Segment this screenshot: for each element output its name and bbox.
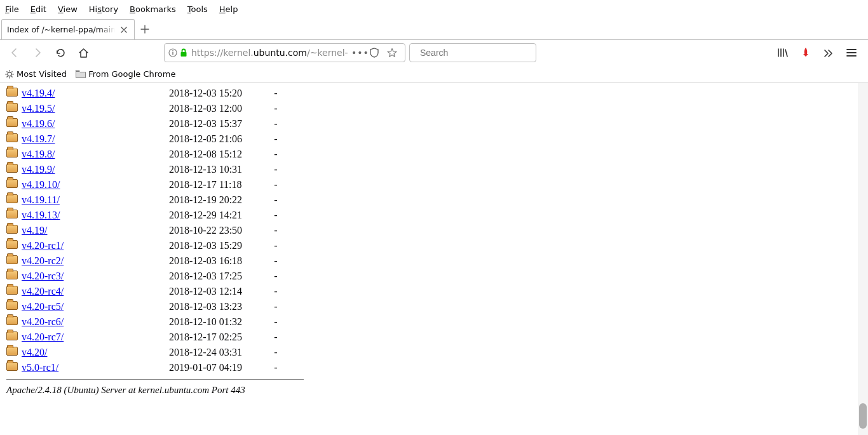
last-modified: 2018-12-10 01:32 bbox=[169, 314, 269, 330]
last-modified: 2018-12-05 21:06 bbox=[169, 131, 269, 147]
table-row: v4.19.5/2018-12-03 12:00- bbox=[6, 101, 282, 116]
overflow-chevrons-icon[interactable] bbox=[822, 46, 835, 59]
folder-icon bbox=[6, 164, 18, 173]
folder-icon bbox=[6, 331, 18, 340]
url-bar[interactable]: https://kernel.ubuntu.com/~kernel-ppa/ma… bbox=[164, 43, 405, 62]
bookmark-most-visited[interactable]: Most Visited bbox=[5, 69, 67, 79]
table-row: v4.19.6/2018-12-03 15:37- bbox=[6, 116, 282, 131]
tab-active[interactable]: Index of /~kernel-ppa/mainline bbox=[1, 19, 135, 39]
reload-button[interactable] bbox=[51, 43, 70, 62]
directory-link[interactable]: v4.20-rc1/ bbox=[22, 240, 64, 251]
directory-link[interactable]: v4.20-rc2/ bbox=[22, 255, 64, 266]
table-row: v4.20/2018-12-24 03:31- bbox=[6, 345, 282, 360]
folder-icon bbox=[6, 149, 18, 157]
directory-link[interactable]: v4.19.8/ bbox=[22, 149, 55, 159]
last-modified: 2018-12-29 14:21 bbox=[169, 208, 269, 223]
table-row: v4.20-rc7/2018-12-17 02:25- bbox=[6, 330, 282, 345]
bookmark-star-icon[interactable] bbox=[387, 48, 401, 58]
menu-view[interactable]: View bbox=[58, 4, 78, 14]
directory-link[interactable]: v4.19.9/ bbox=[22, 164, 55, 175]
directory-link[interactable]: v4.20-rc3/ bbox=[22, 271, 64, 281]
menu-file[interactable]: File bbox=[5, 4, 19, 14]
table-row: v5.0-rc1/2019-01-07 04:19- bbox=[6, 360, 282, 375]
table-row: v4.20-rc1/2018-12-03 15:29- bbox=[6, 238, 282, 253]
tab-title: Index of /~kernel-ppa/mainline bbox=[7, 25, 115, 34]
last-modified: 2018-12-03 12:14 bbox=[169, 284, 269, 299]
directory-link[interactable]: v4.20-rc4/ bbox=[22, 286, 64, 297]
back-button[interactable] bbox=[5, 43, 24, 62]
bookmark-from-chrome-label: From Google Chrome bbox=[88, 69, 175, 79]
url-text: https://kernel.ubuntu.com/~kernel-ppa/ma… bbox=[191, 48, 348, 58]
tracking-protection-icon[interactable] bbox=[369, 48, 383, 58]
scrollbar-thumb[interactable] bbox=[859, 403, 867, 429]
directory-link[interactable]: v4.19.13/ bbox=[22, 210, 60, 220]
directory-link[interactable]: v4.19.4/ bbox=[22, 88, 55, 98]
bookmark-from-chrome[interactable]: From Google Chrome bbox=[76, 69, 175, 79]
table-row: v4.19.8/2018-12-08 15:12- bbox=[6, 147, 282, 162]
bookmarks-toolbar: Most Visited From Google Chrome bbox=[0, 65, 868, 83]
folder-icon bbox=[6, 347, 18, 356]
folder-icon bbox=[6, 210, 18, 218]
directory-link[interactable]: v5.0-rc1/ bbox=[22, 362, 58, 373]
tab-strip: Index of /~kernel-ppa/mainline bbox=[0, 18, 868, 39]
directory-link[interactable]: v4.20-rc5/ bbox=[22, 301, 64, 312]
tab-close-button[interactable] bbox=[119, 25, 129, 35]
svg-point-1 bbox=[172, 50, 173, 51]
last-modified: 2018-12-17 02:25 bbox=[169, 330, 269, 345]
directory-link[interactable]: v4.19.6/ bbox=[22, 118, 55, 129]
directory-link[interactable]: v4.20-rc7/ bbox=[22, 331, 64, 342]
last-modified: 2018-12-08 15:12 bbox=[169, 147, 269, 162]
scrollbar[interactable] bbox=[858, 83, 868, 435]
size: - bbox=[269, 330, 282, 345]
folder-icon bbox=[6, 316, 18, 325]
forward-button[interactable] bbox=[28, 43, 47, 62]
table-row: v4.20-rc5/2018-12-03 13:23- bbox=[6, 299, 282, 314]
menu-edit[interactable]: Edit bbox=[31, 4, 46, 14]
site-identity[interactable] bbox=[168, 48, 187, 57]
menu-help[interactable]: Help bbox=[219, 4, 238, 14]
hamburger-menu-icon[interactable] bbox=[845, 46, 858, 59]
table-row: v4.20-rc6/2018-12-10 01:32- bbox=[6, 314, 282, 330]
server-signature: Apache/2.4.18 (Ubuntu) Server at kernel.… bbox=[6, 385, 862, 396]
folder-icon bbox=[6, 103, 18, 112]
directory-listing-table: v4.19.4/2018-12-03 15:20-v4.19.5/2018-12… bbox=[6, 86, 282, 375]
url-scheme: https://kernel. bbox=[191, 48, 254, 58]
search-input[interactable] bbox=[419, 47, 532, 58]
size: - bbox=[269, 223, 282, 238]
directory-link[interactable]: v4.19.10/ bbox=[22, 179, 60, 190]
last-modified: 2018-12-19 20:22 bbox=[169, 192, 269, 208]
directory-link[interactable]: v4.20/ bbox=[22, 347, 47, 358]
svg-point-5 bbox=[8, 72, 11, 76]
library-icon[interactable] bbox=[776, 46, 789, 59]
url-path: /~kernel-ppa/mainline/ bbox=[307, 48, 348, 58]
last-modified: 2018-12-03 15:29 bbox=[169, 238, 269, 253]
directory-link[interactable]: v4.19/ bbox=[22, 225, 47, 236]
bookmark-most-visited-label: Most Visited bbox=[17, 69, 67, 79]
info-icon bbox=[168, 48, 177, 57]
size: - bbox=[269, 345, 282, 360]
folder-icon bbox=[6, 240, 18, 249]
table-row: v4.20-rc2/2018-12-03 16:18- bbox=[6, 253, 282, 269]
download-arrow-icon[interactable] bbox=[799, 46, 812, 59]
last-modified: 2018-12-03 17:25 bbox=[169, 269, 269, 284]
directory-link[interactable]: v4.19.5/ bbox=[22, 103, 55, 114]
svg-rect-14 bbox=[76, 70, 79, 72]
table-row: v4.19.13/2018-12-29 14:21- bbox=[6, 208, 282, 223]
search-bar[interactable] bbox=[409, 43, 536, 62]
svg-line-10 bbox=[7, 71, 8, 72]
last-modified: 2018-12-03 15:37 bbox=[169, 116, 269, 131]
directory-link[interactable]: v4.19.11/ bbox=[22, 194, 60, 205]
gear-icon bbox=[5, 70, 14, 79]
home-button[interactable] bbox=[74, 43, 93, 62]
new-tab-button[interactable] bbox=[135, 19, 155, 39]
menu-history[interactable]: History bbox=[89, 4, 118, 14]
horizontal-rule bbox=[6, 379, 304, 380]
size: - bbox=[269, 147, 282, 162]
page-actions-button[interactable]: ••• bbox=[351, 48, 365, 58]
menu-tools[interactable]: Tools bbox=[187, 4, 208, 14]
table-row: v4.19.7/2018-12-05 21:06- bbox=[6, 131, 282, 147]
directory-link[interactable]: v4.20-rc6/ bbox=[22, 316, 64, 327]
size: - bbox=[269, 162, 282, 177]
menu-bookmarks[interactable]: Bookmarks bbox=[130, 4, 176, 14]
directory-link[interactable]: v4.19.7/ bbox=[22, 133, 55, 144]
